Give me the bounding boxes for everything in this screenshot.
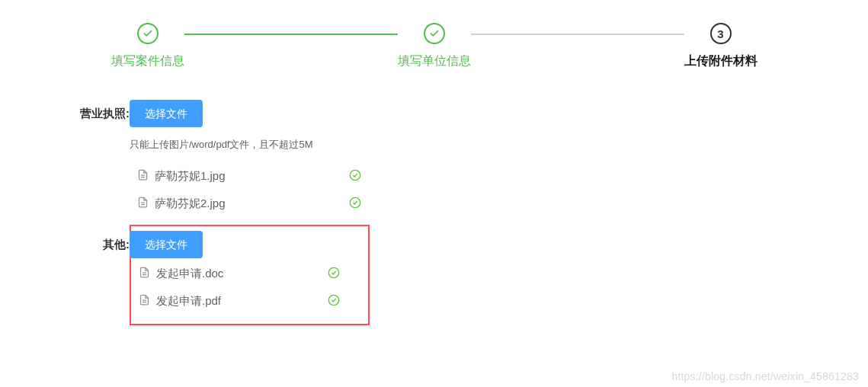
list-item[interactable]: 发起申请.pdf — [131, 287, 368, 315]
step-line-2 — [471, 34, 684, 35]
step-2-label: 填写单位信息 — [398, 53, 471, 69]
step-3-label: 上传附件材料 — [684, 53, 757, 69]
file-name: 萨勒芬妮2.jpg — [155, 197, 226, 211]
document-icon — [139, 294, 150, 308]
list-item[interactable]: 萨勒芬妮2.jpg — [130, 190, 868, 217]
step-line-1 — [184, 34, 398, 35]
file-name: 发起申请.pdf — [156, 294, 221, 309]
label-license: 营业执照: — [57, 100, 130, 217]
list-item[interactable]: 发起申请.doc — [131, 260, 368, 287]
svg-point-2 — [350, 170, 360, 180]
svg-point-5 — [350, 197, 360, 207]
file-list-license: 萨勒芬妮1.jpg 萨勒芬妮2.jpg — [130, 162, 868, 217]
step-3: 3 上传附件材料 — [684, 23, 757, 69]
row-license: 营业执照: 选择文件 只能上传图片/word/pdf文件，且不超过5M 萨勒芬妮… — [57, 100, 868, 217]
step-2: 填写单位信息 — [398, 23, 471, 69]
file-list-other: 发起申请.doc 发起申请.pdf — [131, 260, 368, 315]
select-file-button[interactable]: 选择文件 — [130, 231, 203, 258]
success-icon — [349, 169, 361, 184]
content-other: 选择文件 发起申请.doc — [130, 231, 868, 325]
document-icon — [137, 197, 149, 210]
document-icon — [139, 267, 150, 280]
form-area: 营业执照: 选择文件 只能上传图片/word/pdf文件，且不超过5M 萨勒芬妮… — [0, 100, 868, 325]
upload-hint: 只能上传图片/word/pdf文件，且不超过5M — [130, 138, 868, 152]
document-icon — [137, 169, 149, 183]
list-item[interactable]: 萨勒芬妮1.jpg — [130, 162, 868, 190]
watermark: https://blog.csdn.net/weixin_45861283 — [671, 370, 859, 382]
step-3-circle: 3 — [710, 23, 732, 44]
success-icon — [328, 267, 340, 281]
file-name: 发起申请.doc — [156, 267, 223, 281]
step-1: 填写案件信息 — [111, 23, 184, 69]
steps-bar: 填写案件信息 填写单位信息 3 上传附件材料 — [0, 23, 868, 69]
step-1-label: 填写案件信息 — [111, 53, 184, 69]
file-name: 萨勒芬妮1.jpg — [155, 169, 226, 184]
row-other: 其他: 选择文件 发起申请.doc — [57, 231, 868, 325]
check-icon — [143, 28, 153, 39]
content-license: 选择文件 只能上传图片/word/pdf文件，且不超过5M 萨勒芬妮1.jpg — [130, 100, 868, 217]
step-1-circle — [137, 23, 159, 44]
success-icon — [328, 294, 340, 309]
svg-point-8 — [328, 267, 338, 277]
label-other: 其他: — [57, 231, 130, 325]
success-icon — [349, 197, 361, 211]
select-file-button[interactable]: 选择文件 — [130, 100, 203, 127]
step-2-circle — [424, 23, 445, 44]
svg-point-11 — [328, 295, 338, 305]
check-icon — [429, 28, 440, 39]
